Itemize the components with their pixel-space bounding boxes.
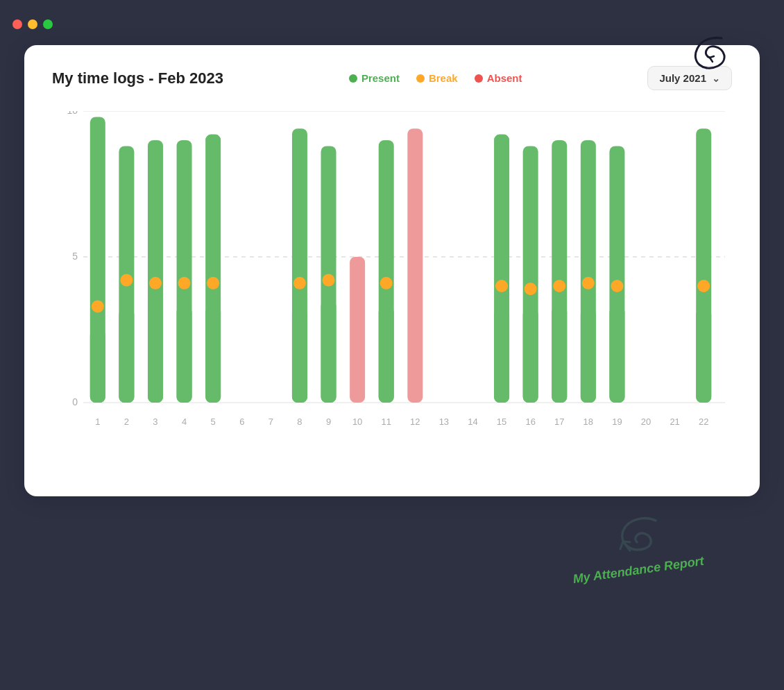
svg-text:11: 11: [381, 416, 391, 427]
svg-point-48: [495, 280, 508, 292]
svg-text:10: 10: [67, 111, 78, 116]
svg-rect-29: [292, 310, 307, 403]
svg-text:8: 8: [297, 416, 302, 427]
svg-rect-33: [321, 301, 336, 403]
arrow-swirl-icon: [611, 510, 666, 566]
svg-text:7: 7: [269, 416, 273, 427]
svg-point-52: [525, 283, 537, 295]
svg-point-60: [582, 277, 595, 289]
svg-point-34: [323, 274, 335, 287]
svg-point-56: [553, 280, 565, 292]
month-selector-label: July 2021: [659, 72, 706, 84]
svg-rect-19: [177, 306, 192, 403]
svg-rect-42: [407, 128, 423, 403]
svg-point-70: [697, 280, 710, 292]
svg-text:6: 6: [239, 416, 244, 427]
bottom-area: My Attendance Report: [24, 496, 760, 594]
svg-point-40: [380, 277, 393, 289]
svg-rect-47: [494, 310, 509, 403]
svg-text:12: 12: [410, 416, 420, 427]
legend-absent: Absent: [475, 72, 522, 84]
svg-text:21: 21: [670, 416, 679, 427]
svg-text:17: 17: [554, 416, 564, 427]
svg-point-30: [293, 277, 306, 289]
svg-text:9: 9: [326, 416, 331, 427]
svg-text:19: 19: [612, 416, 622, 427]
chart-container: 105012345678910111213141516171819202122: [52, 111, 732, 430]
legend-absent-dot: [475, 74, 483, 83]
chevron-down-icon: ⌄: [712, 73, 720, 84]
titlebar: [0, 7, 784, 42]
svg-text:13: 13: [439, 416, 449, 427]
svg-rect-36: [350, 257, 365, 403]
close-button[interactable]: [12, 19, 22, 29]
svg-text:20: 20: [641, 416, 651, 427]
svg-rect-69: [696, 310, 711, 403]
svg-text:14: 14: [468, 416, 477, 427]
svg-rect-59: [581, 310, 596, 403]
svg-text:22: 22: [699, 416, 708, 427]
legend-break-dot: [416, 74, 425, 83]
svg-point-64: [611, 280, 623, 292]
legend-break-label: Break: [429, 72, 458, 84]
legend-present: Present: [349, 72, 400, 84]
svg-text:5: 5: [72, 251, 78, 262]
main-card: My time logs - Feb 2023 Present Break Ab…: [24, 45, 760, 496]
svg-text:15: 15: [497, 416, 506, 427]
svg-point-20: [178, 277, 191, 289]
chart-title: My time logs - Feb 2023: [52, 69, 223, 87]
svg-text:0: 0: [72, 396, 78, 407]
legend-present-label: Present: [361, 72, 400, 84]
legend-present-dot: [349, 74, 357, 83]
chart-svg: 105012345678910111213141516171819202122: [52, 111, 732, 437]
minimize-button[interactable]: [28, 19, 37, 29]
svg-rect-51: [523, 310, 538, 403]
month-selector-button[interactable]: July 2021 ⌄: [647, 66, 732, 90]
svg-rect-15: [148, 310, 163, 403]
svg-text:1: 1: [95, 416, 100, 427]
legend-absent-label: Absent: [487, 72, 522, 84]
app-window: My time logs - Feb 2023 Present Break Ab…: [0, 0, 784, 690]
legend-break: Break: [416, 72, 458, 84]
svg-rect-23: [205, 306, 221, 403]
maximize-button[interactable]: [43, 19, 53, 29]
svg-text:4: 4: [182, 416, 187, 427]
card-header: My time logs - Feb 2023 Present Break Ab…: [52, 66, 732, 90]
svg-point-8: [92, 300, 104, 312]
svg-text:2: 2: [124, 416, 129, 427]
svg-point-24: [207, 277, 219, 289]
svg-text:3: 3: [153, 416, 157, 427]
svg-rect-7: [90, 330, 105, 403]
svg-rect-11: [119, 310, 134, 403]
svg-point-16: [149, 277, 162, 289]
svg-rect-63: [609, 306, 624, 403]
svg-point-12: [120, 274, 133, 287]
svg-text:10: 10: [352, 416, 362, 427]
svg-rect-39: [379, 306, 394, 403]
svg-rect-55: [552, 306, 567, 403]
svg-text:18: 18: [583, 416, 593, 427]
svg-text:16: 16: [525, 416, 535, 427]
svg-text:5: 5: [211, 416, 216, 427]
chart-legend: Present Break Absent: [349, 72, 522, 84]
